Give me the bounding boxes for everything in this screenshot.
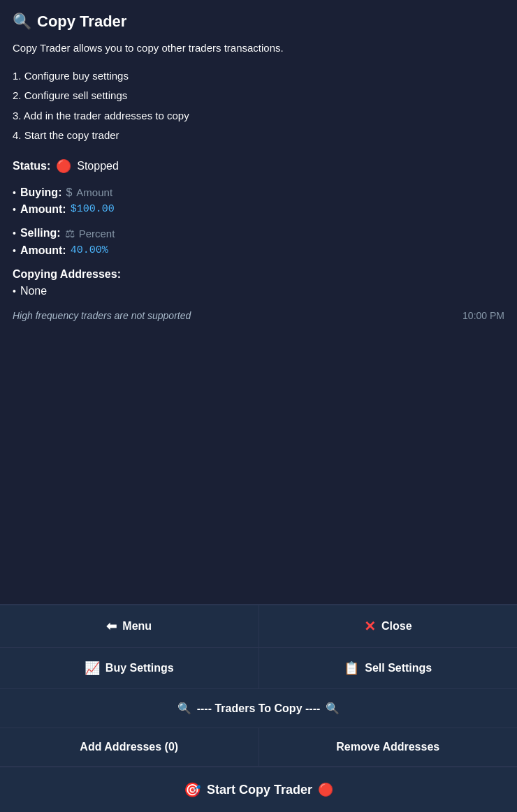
status-text: Stopped — [77, 160, 119, 172]
traders-to-copy-label: ---- Traders To Copy ---- — [197, 702, 321, 715]
remove-addresses-label: Remove Addresses — [336, 741, 439, 753]
buying-amount-value: $100.00 — [71, 203, 115, 215]
buying-type-line: • Buying: $ Amount — [13, 186, 504, 199]
selling-type: Percent — [79, 228, 115, 239]
add-addresses-label: Add Addresses (0) — [80, 741, 178, 753]
page-title: Copy Trader — [37, 13, 126, 31]
status-label: Status: — [13, 160, 50, 172]
step-2: 2. Configure sell settings — [13, 86, 504, 106]
traders-search-right-icon: 🔍 — [326, 702, 340, 715]
addresses-value: None — [20, 285, 47, 297]
selling-section: • Selling: ⚖ Percent • Amount: 40.00% — [13, 227, 504, 257]
title-icon: 🔍 — [13, 13, 31, 31]
title-row: 🔍 Copy Trader — [13, 13, 504, 31]
bullet-buying-type: • — [13, 187, 16, 198]
selling-amount-label: Amount: — [20, 244, 66, 257]
start-copy-trader-button[interactable]: 🎯 Start Copy Trader 🔴 — [0, 767, 517, 812]
addresses-title: Copying Addresses: — [13, 268, 504, 281]
buying-type: Amount — [76, 186, 112, 198]
selling-type-line: • Selling: ⚖ Percent — [13, 227, 504, 240]
traders-search-left-icon: 🔍 — [177, 702, 191, 715]
description-text: Copy Trader allows you to copy other tra… — [13, 40, 504, 57]
close-x-icon: ✕ — [364, 618, 376, 635]
bullet-selling-amount: • — [13, 245, 16, 256]
back-icon: ⬅ — [106, 619, 117, 634]
bullet-selling-type: • — [13, 228, 16, 239]
remove-addresses-button[interactable]: Remove Addresses — [259, 728, 518, 766]
sell-settings-icon: 📋 — [344, 660, 359, 676]
selling-amount-line: • Amount: 40.00% — [13, 244, 504, 257]
traders-to-copy-button[interactable]: 🔍 ---- Traders To Copy ---- 🔍 — [0, 689, 517, 728]
scale-icon: ⚖ — [65, 227, 75, 240]
buy-settings-button[interactable]: 📈 Buy Settings — [0, 648, 259, 688]
buying-section: • Buying: $ Amount • Amount: $100.00 — [13, 186, 504, 216]
close-button[interactable]: ✕ Close — [259, 605, 518, 647]
status-indicator: 🔴 — [56, 158, 71, 174]
timestamp: 10:00 PM — [463, 310, 504, 321]
buying-amount-line: • Amount: $100.00 — [13, 203, 504, 216]
menu-close-row: ⬅ Menu ✕ Close — [0, 605, 517, 648]
buy-settings-label: Buy Settings — [105, 662, 174, 674]
addresses-item: • None — [13, 285, 504, 297]
step-4: 4. Start the copy trader — [13, 126, 504, 146]
sell-settings-label: Sell Settings — [365, 662, 432, 674]
add-remove-row: Add Addresses (0) Remove Addresses — [0, 728, 517, 767]
buy-sell-row: 📈 Buy Settings 📋 Sell Settings — [0, 648, 517, 689]
status-row: Status: 🔴 Stopped — [13, 158, 504, 174]
start-row: 🎯 Start Copy Trader 🔴 — [0, 767, 517, 812]
close-label: Close — [381, 620, 412, 633]
addresses-section: Copying Addresses: • None — [13, 268, 504, 297]
steps-list: 1. Configure buy settings 2. Configure s… — [13, 66, 504, 146]
selling-label: Selling: — [20, 227, 61, 239]
buy-settings-icon: 📈 — [85, 660, 100, 676]
buying-label: Buying: — [20, 186, 62, 199]
start-red-circle-icon: 🔴 — [318, 782, 333, 797]
step-3: 3. Add in the trader addresses to copy — [13, 106, 504, 126]
bullet-addresses: • — [13, 286, 16, 297]
main-container: 🔍 Copy Trader Copy Trader allows you to … — [0, 0, 517, 812]
content-area: 🔍 Copy Trader Copy Trader allows you to … — [0, 0, 517, 604]
disclaimer-row: High frequency traders are not supported… — [13, 310, 504, 321]
menu-button[interactable]: ⬅ Menu — [0, 605, 259, 647]
dollar-icon: $ — [66, 186, 72, 199]
disclaimer-text: High frequency traders are not supported — [13, 310, 191, 321]
sell-settings-button[interactable]: 📋 Sell Settings — [259, 648, 518, 688]
buying-amount-label: Amount: — [20, 203, 66, 216]
button-grid: ⬅ Menu ✕ Close 📈 Buy Settings 📋 Sell Set… — [0, 604, 517, 812]
add-addresses-button[interactable]: Add Addresses (0) — [0, 728, 259, 766]
start-target-icon: 🎯 — [184, 781, 201, 798]
menu-label: Menu — [122, 620, 152, 633]
traders-to-copy-row: 🔍 ---- Traders To Copy ---- 🔍 — [0, 689, 517, 728]
start-copy-trader-label: Start Copy Trader — [207, 783, 312, 797]
bullet-buying-amount: • — [13, 204, 16, 215]
selling-amount-value: 40.00% — [71, 244, 108, 256]
step-1: 1. Configure buy settings — [13, 66, 504, 87]
